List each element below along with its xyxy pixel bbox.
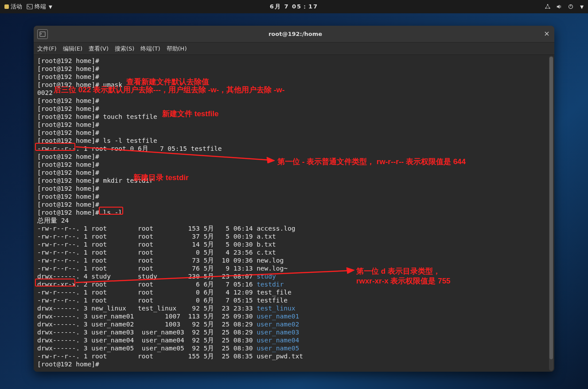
list-item: -rw-r-----. 1 root root 0 6月 4 12:09 tes… (37, 288, 551, 296)
clock[interactable]: 6月 7 05：17 (270, 3, 318, 11)
scrollbar-thumb[interactable] (549, 57, 553, 359)
list-item: drwx------. 3 new_linux test_linux 92 5月… (37, 304, 551, 312)
app-menu-label: 终端 (35, 3, 46, 11)
list-item: -rw-r--r--. 1 root root 37 5月 5 00:19 a.… (37, 232, 551, 240)
menu-help[interactable]: 帮助(H) (167, 45, 187, 53)
titlebar[interactable]: root@192:/home × (34, 26, 554, 43)
terminal-text[interactable]: [root@192 home]#[root@192 home]#[root@19… (34, 55, 554, 372)
chevron-down-icon: ▼ (49, 4, 52, 9)
app-menu-button[interactable]: 终端 ▼ (27, 3, 52, 11)
list-item: -rw-r--r--. 1 root root 153 5月 5 06:14 a… (37, 224, 551, 232)
topbar-left: 活动 终端 ▼ (4, 3, 52, 11)
list-item: drwxr-xr-x. 2 root root 6 6月 7 05:16 tes… (37, 280, 551, 288)
list-item: drwx------. 3 user_name05 user_name05 92… (37, 344, 551, 352)
network-icon (545, 4, 551, 10)
system-tray[interactable]: ▼ (545, 4, 584, 10)
chevron-down-icon: ▼ (580, 4, 584, 9)
list-item: drwx------. 3 user_name04 user_name04 92… (37, 336, 551, 344)
list-item: -rw-r--r--. 1 root root 14 5月 5 00:30 b.… (37, 240, 551, 248)
list-item: -rw-r--r--. 1 root root 0 6月 7 05:15 tes… (37, 296, 551, 304)
menu-search[interactable]: 搜索(S) (115, 45, 134, 53)
menubar: 文件(F) 编辑(E) 查看(V) 搜索(S) 终端(T) 帮助(H) (34, 43, 554, 55)
list-item: drwx------. 3 user_name03 user_name03 92… (37, 328, 551, 336)
list-item: -rw-r--r--. 1 root root 76 5月 9 13:13 ne… (37, 264, 551, 272)
menu-terminal[interactable]: 终端(T) (140, 45, 160, 53)
scrollbar[interactable] (549, 56, 553, 371)
activities-label: 活动 (11, 3, 22, 11)
terminal-icon (39, 31, 46, 37)
list-item: drwx------. 4 study study 230 5月 23 08:0… (37, 272, 551, 280)
gnome-topbar: 活动 终端 ▼ 6月 7 05：17 ▼ (0, 0, 588, 13)
list-item: -rw-r--r--. 1 root root 155 5月 25 08:35 … (37, 352, 551, 360)
activities-icon (4, 4, 9, 9)
volume-icon (556, 4, 562, 10)
terminal-window: root@192:/home × 文件(F) 编辑(E) 查看(V) 搜索(S)… (34, 26, 554, 372)
menu-file[interactable]: 文件(F) (37, 45, 57, 53)
terminal-icon (27, 4, 33, 10)
list-item: drwx------. 3 user_name01 1007 113 5月 25… (37, 312, 551, 320)
window-title: root@192:/home (48, 31, 543, 37)
list-item: -rw-r--r--. 1 root root 73 5月 10 09:36 n… (37, 256, 551, 264)
activities-button[interactable]: 活动 (4, 3, 22, 11)
list-item: -rw-r--r--. 1 root root 0 5月 4 23:56 c.t… (37, 248, 551, 256)
svg-rect-7 (40, 31, 45, 36)
list-item: drwx------. 3 user_name02 1003 92 5月 25 … (37, 320, 551, 328)
menu-view[interactable]: 查看(V) (89, 45, 109, 53)
power-icon (568, 4, 574, 10)
new-tab-button[interactable] (37, 29, 48, 39)
close-button[interactable]: × (543, 30, 551, 38)
terminal-body[interactable]: [root@192 home]#[root@192 home]#[root@19… (34, 55, 554, 372)
menu-edit[interactable]: 编辑(E) (63, 45, 82, 53)
